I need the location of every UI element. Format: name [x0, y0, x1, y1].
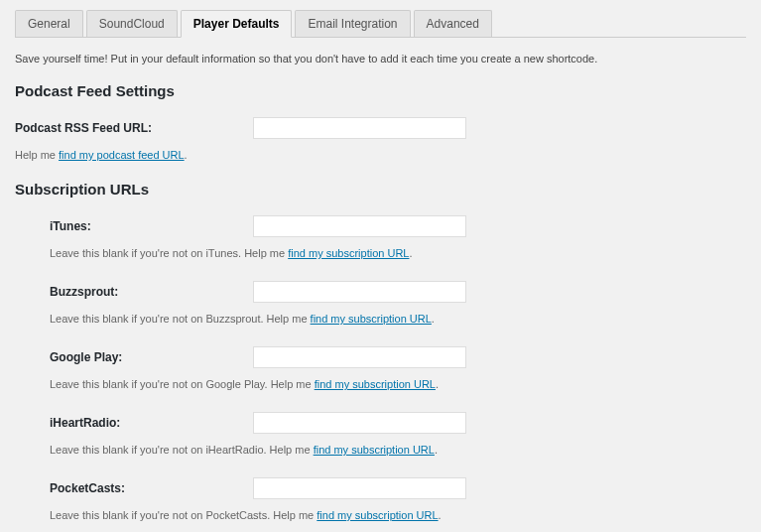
iheartradio-help-link[interactable]: find my subscription URL: [314, 444, 435, 456]
intro-text: Save yourself time! Put in your default …: [15, 53, 746, 65]
google-play-label: Google Play:: [50, 350, 253, 364]
sub-iheartradio: iHeartRadio: Leave this blank if you're …: [50, 412, 746, 456]
nav-tabs: General SoundCloud Player Defaults Email…: [15, 10, 746, 38]
pocketcasts-help-link[interactable]: find my subscription URL: [317, 509, 438, 521]
pocketcasts-help: Leave this blank if you're not on Pocket…: [50, 509, 746, 521]
rss-feed-help-prefix: Help me: [15, 149, 59, 161]
iheartradio-label: iHeartRadio:: [50, 416, 253, 430]
pocketcasts-input[interactable]: [253, 477, 466, 499]
rss-feed-help: Help me find my podcast feed URL.: [15, 149, 746, 161]
tab-advanced[interactable]: Advanced: [414, 10, 492, 37]
rss-feed-input-wrap: [253, 117, 466, 139]
itunes-help: Leave this blank if you're not on iTunes…: [50, 247, 746, 259]
itunes-input[interactable]: [253, 215, 466, 237]
buzzsprout-help-link[interactable]: find my subscription URL: [311, 313, 432, 325]
rss-feed-label: Podcast RSS Feed URL:: [15, 121, 253, 135]
subscription-section: iTunes: Leave this blank if you're not o…: [15, 215, 746, 521]
google-play-help: Leave this blank if you're not on Google…: [50, 378, 746, 390]
tab-soundcloud[interactable]: SoundCloud: [86, 10, 178, 37]
iheartradio-help: Leave this blank if you're not on iHeart…: [50, 444, 746, 456]
rss-feed-row: Podcast RSS Feed URL:: [15, 117, 746, 139]
buzzsprout-help: Leave this blank if you're not on Buzzsp…: [50, 313, 746, 325]
google-play-help-link[interactable]: find my subscription URL: [315, 378, 436, 390]
subs-heading: Subscription URLs: [15, 181, 746, 198]
sub-google-play: Google Play: Leave this blank if you're …: [50, 346, 746, 390]
iheartradio-input[interactable]: [253, 412, 466, 434]
rss-feed-help-link[interactable]: find my podcast feed URL: [59, 149, 185, 161]
tab-general[interactable]: General: [15, 10, 83, 37]
sub-buzzsprout: Buzzsprout: Leave this blank if you're n…: [50, 281, 746, 325]
feed-heading: Podcast Feed Settings: [15, 82, 746, 99]
rss-feed-input[interactable]: [253, 117, 466, 139]
rss-feed-help-suffix: .: [185, 149, 188, 161]
buzzsprout-input[interactable]: [253, 281, 466, 303]
pocketcasts-label: PocketCasts:: [50, 481, 253, 495]
itunes-label: iTunes:: [50, 219, 253, 233]
itunes-help-link[interactable]: find my subscription URL: [288, 247, 409, 259]
buzzsprout-label: Buzzsprout:: [50, 285, 253, 299]
tab-player-defaults[interactable]: Player Defaults: [181, 10, 293, 38]
sub-itunes: iTunes: Leave this blank if you're not o…: [50, 215, 746, 259]
tab-email-integration[interactable]: Email Integration: [295, 10, 410, 37]
google-play-input[interactable]: [253, 346, 466, 368]
sub-pocketcasts: PocketCasts: Leave this blank if you're …: [50, 477, 746, 521]
